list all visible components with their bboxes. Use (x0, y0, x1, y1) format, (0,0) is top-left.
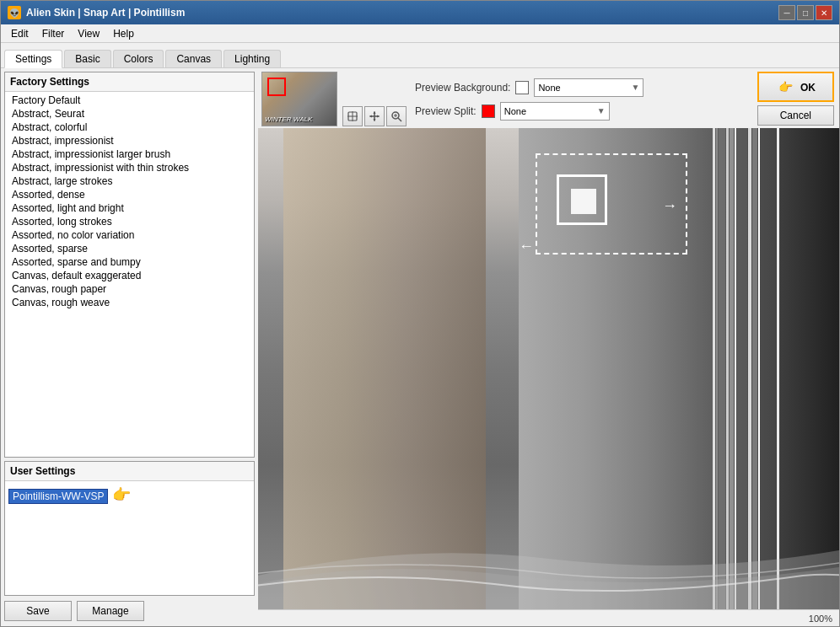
arrow-right: → (662, 197, 677, 215)
split-control-row: Preview Split: None ▼ (415, 102, 749, 121)
factory-settings-item[interactable]: Assorted, long strokes (5, 215, 254, 228)
filled-white-rect (571, 189, 596, 214)
tab-lighting[interactable]: Lighting (223, 50, 281, 67)
right-panel: WINTER WALK (258, 68, 839, 626)
preview-background: → ← (258, 128, 839, 609)
split-dropdown-arrow: ▼ (597, 106, 606, 115)
background-dropdown[interactable]: None ▼ (534, 78, 643, 97)
user-settings-item[interactable]: Pointillism-WW-VSP (8, 489, 108, 504)
ok-cancel-buttons: 👉 OK Cancel (757, 72, 834, 126)
background-color-swatch[interactable] (515, 81, 529, 94)
svg-marker-4 (374, 119, 376, 121)
window-controls: ─ □ ✕ (778, 5, 832, 20)
app-icon: 👽 (8, 6, 21, 19)
preview-controls: Preview Background: None ▼ Preview Split… (407, 72, 757, 126)
split-label: Preview Split: (415, 105, 477, 117)
menu-help[interactable]: Help (106, 26, 141, 41)
title-bar: 👽 Alien Skin | Snap Art | Pointillism ─ … (1, 1, 839, 24)
svg-marker-5 (369, 115, 372, 118)
user-settings-box: User Settings Pointillism-WW-VSP 👉 (4, 461, 255, 596)
factory-settings-item[interactable]: Abstract, colorful (5, 121, 254, 134)
factory-settings-item[interactable]: Factory Default (5, 94, 254, 107)
background-label: Preview Background: (415, 82, 510, 94)
bottom-buttons: Save Manage (4, 599, 255, 623)
tab-basic[interactable]: Basic (64, 50, 110, 67)
bottom-wave-layer (258, 491, 839, 609)
factory-settings-item[interactable]: Assorted, no color variation (5, 228, 254, 242)
finger-icon: 👉 (111, 485, 132, 505)
factory-settings-box: Factory Settings Factory DefaultAbstract… (4, 72, 255, 458)
split-dropdown[interactable]: None ▼ (500, 102, 610, 121)
factory-settings-item[interactable]: Abstract, large strokes (5, 174, 254, 188)
zoom-tool-button[interactable] (386, 106, 407, 126)
window-title: Alien Skin | Snap Art | Pointillism (26, 7, 185, 19)
background-dropdown-arrow: ▼ (631, 83, 639, 92)
main-window: 👽 Alien Skin | Snap Art | Pointillism ─ … (0, 0, 840, 627)
tab-bar: Settings Basic Colors Canvas Lighting (1, 43, 839, 68)
svg-marker-3 (374, 111, 376, 114)
arrow-left: ← (519, 238, 534, 255)
tool-buttons (342, 72, 407, 126)
factory-settings-item[interactable]: Abstract, impressionist (5, 134, 254, 147)
zoom-status: 100% (809, 614, 832, 624)
left-panel: Factory Settings Factory DefaultAbstract… (1, 68, 258, 626)
save-button[interactable]: Save (4, 601, 72, 621)
ok-finger-icon: 👉 (776, 77, 796, 97)
preview-area: → ← (258, 128, 839, 609)
preview-image-bg: → ← (258, 128, 839, 609)
cancel-button[interactable]: Cancel (757, 105, 834, 126)
split-color-swatch[interactable] (482, 104, 495, 118)
factory-settings-item[interactable]: Assorted, sparse (5, 242, 254, 255)
maximize-button[interactable]: □ (797, 5, 814, 20)
background-dropdown-value: None (538, 83, 560, 93)
manage-button[interactable]: Manage (77, 601, 144, 621)
minimize-button[interactable]: ─ (778, 5, 795, 20)
factory-settings-item[interactable]: Assorted, sparse and bumpy (5, 255, 254, 269)
factory-settings-item[interactable]: Abstract, impressionist with thin stroke… (5, 161, 254, 174)
factory-settings-header: Factory Settings (5, 72, 254, 92)
background-control-row: Preview Background: None ▼ (415, 78, 749, 97)
menu-edit[interactable]: Edit (4, 26, 35, 41)
factory-settings-item[interactable]: Abstract, Seurat (5, 107, 254, 121)
thumbnail-image: WINTER WALK (262, 72, 337, 126)
pan-tool-button[interactable] (342, 106, 363, 126)
factory-settings-item[interactable]: Canvas, default exaggerated (5, 269, 254, 282)
tab-settings[interactable]: Settings (4, 50, 62, 68)
svg-marker-6 (377, 115, 380, 118)
menu-filter[interactable]: Filter (35, 26, 72, 41)
title-bar-left: 👽 Alien Skin | Snap Art | Pointillism (8, 6, 185, 19)
close-button[interactable]: ✕ (816, 5, 832, 20)
factory-settings-item[interactable]: Assorted, dense (5, 188, 254, 201)
status-bar: 100% (258, 609, 839, 626)
preview-left: WINTER WALK (261, 72, 407, 126)
thumbnail-caption: WINTER WALK (265, 115, 312, 123)
thumbnail-selection (267, 78, 286, 96)
ok-button[interactable]: 👉 OK (757, 72, 834, 102)
user-settings-header: User Settings (5, 462, 254, 481)
move-tool-button[interactable] (364, 106, 385, 126)
menu-bar: Edit Filter View Help (1, 24, 839, 43)
svg-line-8 (398, 118, 401, 121)
factory-settings-item[interactable]: Canvas, rough weave (5, 296, 254, 309)
split-dropdown-value: None (504, 106, 526, 116)
tools-row (342, 106, 407, 126)
tab-canvas[interactable]: Canvas (165, 50, 222, 67)
factory-settings-item[interactable]: Assorted, light and bright (5, 201, 254, 215)
tab-colors[interactable]: Colors (113, 50, 164, 67)
factory-settings-item[interactable]: Canvas, rough paper (5, 282, 254, 296)
preview-thumbnail: WINTER WALK (261, 72, 337, 126)
main-content: Factory Settings Factory DefaultAbstract… (1, 68, 839, 626)
menu-view[interactable]: View (71, 26, 106, 41)
header-area: WINTER WALK (258, 68, 839, 128)
factory-settings-item[interactable]: Abstract, impressionist larger brush (5, 147, 254, 161)
factory-settings-list: Factory DefaultAbstract, SeuratAbstract,… (5, 92, 254, 457)
user-settings-content: Pointillism-WW-VSP 👉 (5, 481, 254, 595)
